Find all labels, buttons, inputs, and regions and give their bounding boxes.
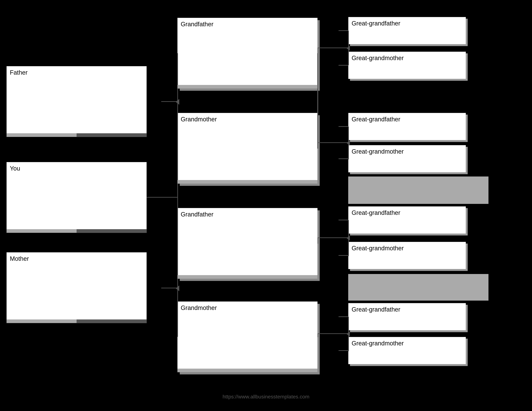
gg6-box: Great-grandmother xyxy=(348,242,466,269)
gm-pat-arrow xyxy=(347,140,350,146)
gg4-box: Great-grandmother xyxy=(348,145,466,172)
gg6-h xyxy=(339,255,348,256)
gg2-label: Great-grandmother xyxy=(348,52,466,63)
gg2-box: Great-grandmother xyxy=(348,52,466,79)
pat-side-v xyxy=(317,53,318,149)
you-label: You xyxy=(7,162,147,174)
grandmother-pat-label: Grandmother xyxy=(178,113,317,124)
grandmother-pat-box: Grandmother xyxy=(177,113,318,184)
gg1-h xyxy=(339,30,348,31)
father-box: Father xyxy=(6,66,147,137)
gg7-h xyxy=(339,316,348,317)
gg5-h xyxy=(339,220,348,220)
grandfather-pat-box: Grandfather xyxy=(177,18,318,89)
gg3-box: Great-grandfather xyxy=(348,113,466,140)
gg4-h xyxy=(339,159,348,159)
gf-mat-arrow xyxy=(347,235,350,241)
gf-mat-right-v xyxy=(318,237,318,244)
father-label: Father xyxy=(7,66,147,78)
father-h-connector xyxy=(161,101,177,102)
gm-mat-right-v xyxy=(318,333,318,337)
grandfather-mat-box: Grandfather xyxy=(177,208,318,279)
you-to-trunk-h xyxy=(147,197,147,198)
gg7-label: Great-grandfather xyxy=(348,303,466,315)
mother-label: Mother xyxy=(7,252,147,264)
gm-mat-arrow xyxy=(347,331,350,336)
grandfather-mat-label: Grandfather xyxy=(178,208,317,220)
mother-box: Mother xyxy=(6,252,147,323)
grandmother-mat-box: Grandmother xyxy=(177,301,318,372)
gg8-h xyxy=(339,350,348,351)
gg4-label: Great-grandmother xyxy=(348,145,466,157)
gm-pat-to-gg-h xyxy=(318,142,348,143)
gm-pat-right-v xyxy=(318,142,318,149)
you-box: You xyxy=(6,162,147,233)
you-h-connector xyxy=(147,197,177,198)
gf-pat-right-v xyxy=(318,47,318,54)
grandfather-pat-label: Grandfather xyxy=(178,18,317,29)
grandmother-mat-label: Grandmother xyxy=(178,302,317,313)
gf-pat-to-gg-h xyxy=(318,47,348,48)
mother-h-connector xyxy=(161,288,177,288)
gm-mat-to-gg-h xyxy=(318,333,348,334)
gf-pat-arrow xyxy=(347,46,350,51)
mat-gp-trunk-v xyxy=(177,243,178,337)
pat-gp-trunk-v xyxy=(177,53,178,149)
gray-filler-2 xyxy=(348,274,488,301)
gg2-h xyxy=(339,65,348,65)
gg1-box: Great-grandfather xyxy=(348,17,466,44)
gg5-label: Great-grandfather xyxy=(348,206,466,218)
gf-mat-to-gg-h xyxy=(318,237,348,238)
gg6-label: Great-grandmother xyxy=(348,242,466,253)
url-text: https://www.allbusinesstemplates.com xyxy=(0,394,532,400)
gg3-label: Great-grandfather xyxy=(348,113,466,124)
gg5-box: Great-grandfather xyxy=(348,206,466,234)
gg8-label: Great-grandmother xyxy=(348,337,466,348)
gray-filler-1 xyxy=(348,177,488,204)
gg7-box: Great-grandfather xyxy=(348,303,466,330)
gg1-label: Great-grandfather xyxy=(348,17,466,28)
gg3-h xyxy=(339,126,348,127)
gg8-box: Great-grandmother xyxy=(348,337,466,364)
